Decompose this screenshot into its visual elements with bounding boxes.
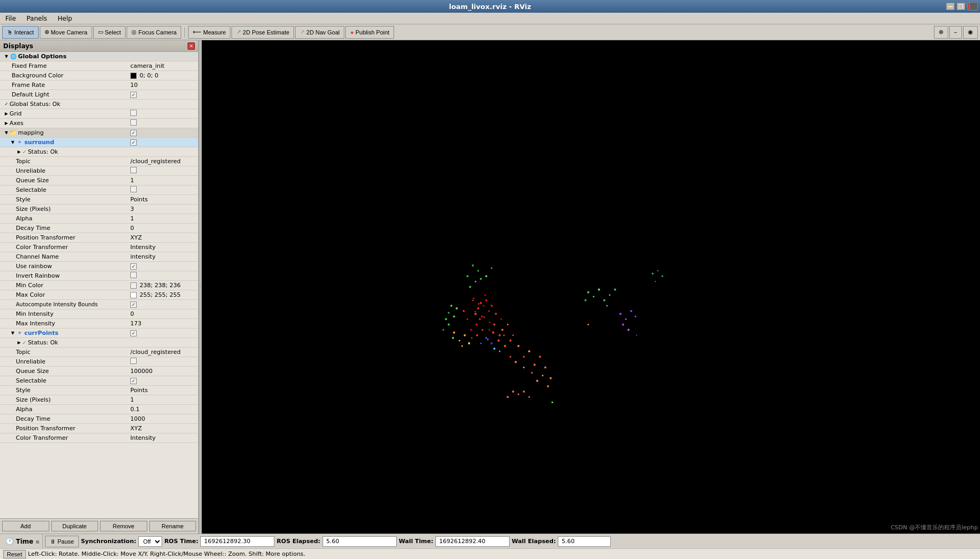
surround-channel-value[interactable]: intensity xyxy=(128,253,197,260)
currpoints-selectable-checkbox[interactable] xyxy=(130,378,137,384)
currpoints-unreliable-checkbox[interactable] xyxy=(130,358,137,364)
grid-arrow[interactable]: ▶ xyxy=(3,111,10,117)
currpoints-topic-value[interactable]: /cloud_registered xyxy=(128,349,197,356)
default-light-value[interactable] xyxy=(128,91,197,98)
surround-unreliable-checkbox[interactable] xyxy=(130,167,137,173)
surround-alpha-value[interactable]: 1 xyxy=(128,215,197,222)
default-light-checkbox[interactable] xyxy=(130,92,137,98)
mapping-row[interactable]: ▼ 📁 mapping xyxy=(0,128,198,138)
currpoints-size-value[interactable]: 1 xyxy=(128,396,197,403)
nav-goal-button[interactable]: ↗ 2D Nav Goal xyxy=(295,26,344,39)
measure-button[interactable]: ⟵ Measure xyxy=(188,26,230,39)
global-options-row[interactable]: ▼ 🌐 Global Options xyxy=(0,52,198,61)
svg-point-12 xyxy=(476,323,478,325)
currpoints-row[interactable]: ▼ ✦ currPoints xyxy=(0,329,198,338)
background-color-value[interactable]: 0; 0; 0 xyxy=(128,72,197,79)
currpoints-style-value[interactable]: Points xyxy=(128,387,197,394)
surround-alpha-row: Alpha 1 xyxy=(0,214,198,224)
surround-max-intensity-value[interactable]: 173 xyxy=(128,320,197,327)
svg-point-80 xyxy=(518,394,519,395)
surround-min-intensity-value[interactable]: 0 xyxy=(128,310,197,317)
interact-button[interactable]: 🖱 Interact xyxy=(2,26,39,39)
currpoints-status-label: Status: Ok xyxy=(28,339,197,346)
surround-queue-value[interactable]: 1 xyxy=(128,177,197,184)
surround-style-label: Style xyxy=(16,196,128,203)
menu-panels[interactable]: Panels xyxy=(23,14,50,23)
axes-arrow[interactable]: ▶ xyxy=(3,120,10,127)
svg-point-77 xyxy=(662,276,663,277)
currpoints-color-transformer-value[interactable]: Intensity xyxy=(128,434,197,441)
surround-selectable-checkbox[interactable] xyxy=(130,186,137,192)
pause-button[interactable]: ⏸ Pause xyxy=(45,536,78,547)
measure-icon: ⟵ xyxy=(193,29,201,36)
surround-queue-row: Queue Size 1 xyxy=(0,176,198,185)
svg-point-46 xyxy=(539,356,541,358)
surround-max-color-value[interactable]: 255; 255; 255 xyxy=(128,291,197,298)
axes-checkbox[interactable] xyxy=(130,119,137,126)
currpoints-pos-transformer-value[interactable]: XYZ xyxy=(128,425,197,432)
xyz-button[interactable]: ⊕ xyxy=(934,26,948,39)
remove-button[interactable]: Remove xyxy=(100,521,147,531)
select-button[interactable]: ▭ Select xyxy=(93,26,126,39)
currpoints-checkbox[interactable] xyxy=(130,330,137,336)
mapping-arrow[interactable]: ▼ xyxy=(3,130,10,136)
minus-button[interactable]: − xyxy=(949,26,962,39)
surround-min-intensity-row: Min Intensity 0 xyxy=(0,309,198,319)
svg-point-75 xyxy=(652,273,653,274)
duplicate-button[interactable]: Duplicate xyxy=(51,521,99,531)
surround-size-value[interactable]: 3 xyxy=(128,206,197,212)
corner-time-indicator[interactable]: ◼ xyxy=(35,539,39,544)
move-camera-button[interactable]: ⊕ Move Camera xyxy=(40,26,92,39)
add-button[interactable]: Add xyxy=(2,521,49,531)
currpoints-arrow[interactable]: ▼ xyxy=(10,330,16,336)
fixed-frame-value[interactable]: camera_init xyxy=(128,63,197,69)
panel-close-button[interactable]: ✕ xyxy=(188,42,195,50)
svg-point-72 xyxy=(622,323,624,325)
surround-invert-checkbox[interactable] xyxy=(130,272,137,278)
currpoints-alpha-value[interactable]: 0.1 xyxy=(128,406,197,413)
surround-topic-value[interactable]: /cloud_registered xyxy=(128,158,197,165)
currpoints-status-row[interactable]: ▶ ✓ Status: Ok xyxy=(0,338,198,348)
surround-status-arrow[interactable]: ▶ xyxy=(16,149,22,155)
menu-help[interactable]: Help xyxy=(55,14,75,23)
surround-icon: ✦ xyxy=(16,139,23,146)
svg-point-23 xyxy=(504,345,506,347)
surround-channel-row: Channel Name intensity xyxy=(0,252,198,262)
reset-button[interactable]: Reset xyxy=(3,550,26,558)
surround-min-color-value[interactable]: 238; 238; 236 xyxy=(128,282,197,289)
currpoints-status-arrow[interactable]: ▶ xyxy=(16,340,22,346)
circle-button[interactable]: ◉ xyxy=(963,26,978,39)
surround-pos-transformer-value[interactable]: XYZ xyxy=(128,234,197,241)
restore-button[interactable]: ❐ xyxy=(957,3,965,10)
surround-decay-value[interactable]: 0 xyxy=(128,225,197,232)
currpoints-queue-value[interactable]: 100000 xyxy=(128,368,197,375)
surround-status-row[interactable]: ▶ ✓ Status: Ok xyxy=(0,147,198,157)
surround-row[interactable]: ▼ ✦ surround xyxy=(0,138,198,147)
currpoints-decay-value[interactable]: 1000 xyxy=(128,415,197,422)
surround-rainbow-checkbox[interactable] xyxy=(130,263,137,270)
frame-rate-value[interactable]: 10 xyxy=(128,82,197,88)
global-status-arrow[interactable]: ✓ xyxy=(3,101,10,108)
corner-settings[interactable] xyxy=(969,2,978,11)
minimize-button[interactable]: — xyxy=(946,3,955,10)
global-options-arrow[interactable]: ▼ xyxy=(3,54,10,60)
focus-camera-button[interactable]: ◎ Focus Camera xyxy=(127,26,181,39)
surround-color-transformer-value[interactable]: Intensity xyxy=(128,244,197,251)
sync-select[interactable]: Off xyxy=(138,536,162,547)
mapping-checkbox[interactable] xyxy=(130,130,137,136)
displays-tree[interactable]: ▼ 🌐 Global Options Fixed Frame camera_in… xyxy=(0,52,198,518)
nav-goal-icon: ↗ xyxy=(300,29,305,36)
global-status-row[interactable]: ✓ Global Status: Ok xyxy=(0,100,198,109)
surround-arrow[interactable]: ▼ xyxy=(10,139,16,146)
menu-file[interactable]: File xyxy=(2,14,19,23)
publish-point-button[interactable]: ● Publish Point xyxy=(345,26,394,39)
rename-button[interactable]: Rename xyxy=(149,521,197,531)
3d-viewport[interactable]: CSDN @不懂音乐的程序员lephp xyxy=(202,40,980,534)
surround-autocompute-checkbox[interactable] xyxy=(130,301,137,308)
pose-estimate-button[interactable]: ↗ 2D Pose Estimate xyxy=(231,26,294,39)
svg-point-21 xyxy=(507,324,509,325)
grid-checkbox[interactable] xyxy=(130,110,137,116)
surround-checkbox[interactable] xyxy=(130,139,137,146)
surround-style-value[interactable]: Points xyxy=(128,196,197,203)
global-options-icon: 🌐 xyxy=(10,53,17,60)
